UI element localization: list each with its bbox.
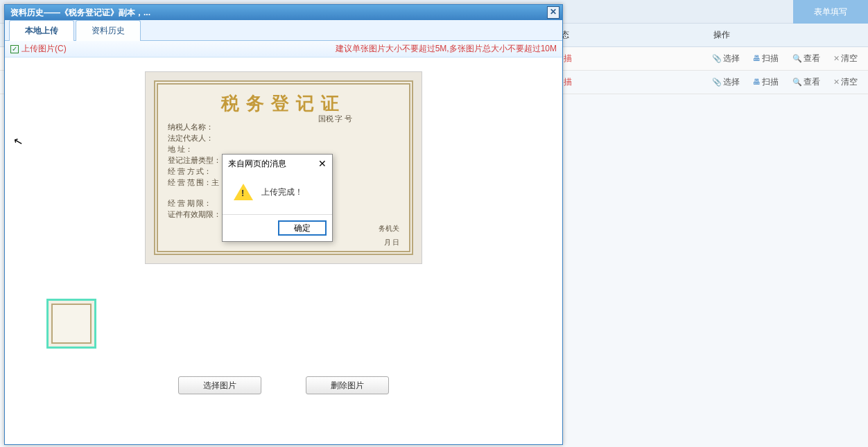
- op-view[interactable]: 🔍查看: [788, 51, 825, 67]
- form-fill-button[interactable]: 表单填写: [793, 0, 868, 24]
- alert-titlebar: 来自网页的消息 ✕: [223, 155, 332, 173]
- op-clear[interactable]: ✕清空: [828, 74, 862, 90]
- alert-title-text: 来自网页的消息: [228, 158, 318, 170]
- cert-line: 地 址：: [168, 143, 399, 155]
- check-icon: ✓: [10, 45, 19, 53]
- alert-dialog: 来自网页的消息 ✕ 上传完成！ 确定: [222, 154, 333, 242]
- select-image-button[interactable]: 选择图片: [178, 376, 261, 394]
- view-icon: 🔍: [792, 78, 802, 86]
- attach-icon: 📎: [712, 78, 722, 86]
- certificate-stamp: 国税 字 号: [318, 114, 353, 124]
- alert-ok-button[interactable]: 确定: [278, 220, 327, 236]
- dialog-title: 资料历史——《税务登记证》副本，...: [10, 7, 547, 19]
- dialog-close-button[interactable]: ✕: [547, 6, 559, 19]
- toolbar: ✓ 上传图片(C) 建议单张图片大小不要超过5M,多张图片总大小不要超过10M: [5, 41, 562, 58]
- col-op-header: 操作: [575, 29, 868, 41]
- warning-icon: [234, 184, 253, 200]
- thumbnail-image: [51, 304, 92, 344]
- upload-label: 上传图片(C): [21, 43, 67, 55]
- tabs: 本地上传 资料历史: [5, 20, 562, 41]
- scan-icon: 🖶: [753, 54, 761, 62]
- alert-close-button[interactable]: ✕: [318, 158, 327, 169]
- certificate-title: 税务登记证: [168, 91, 399, 116]
- view-icon: 🔍: [792, 54, 802, 62]
- op-scan[interactable]: 🖶扫描: [748, 51, 783, 67]
- upload-image-button[interactable]: ✓ 上传图片(C): [10, 43, 67, 55]
- op-view[interactable]: 🔍查看: [788, 74, 825, 90]
- clear-icon: ✕: [833, 78, 840, 86]
- thumbnail[interactable]: [46, 299, 96, 349]
- clear-icon: ✕: [833, 54, 840, 62]
- cert-line: 法定代表人：: [168, 132, 399, 143]
- action-buttons: 选择图片 删除图片: [5, 376, 562, 394]
- cert-line: 纳税人名称：: [168, 121, 399, 132]
- tab-local-upload[interactable]: 本地上传: [9, 20, 74, 41]
- op-clear[interactable]: ✕清空: [828, 51, 862, 67]
- alert-message: 上传完成！: [261, 186, 303, 198]
- scan-icon: 🖶: [753, 78, 761, 86]
- upload-hint: 建议单张图片大小不要超过5M,多张图片总大小不要超过10M: [336, 43, 557, 55]
- op-scan[interactable]: 🖶扫描: [748, 74, 783, 90]
- tab-history[interactable]: 资料历史: [76, 20, 141, 41]
- dialog-titlebar[interactable]: 资料历史——《税务登记证》副本，... ✕: [5, 5, 562, 20]
- attach-icon: 📎: [712, 54, 722, 62]
- op-select[interactable]: 📎选择: [707, 51, 745, 67]
- delete-image-button[interactable]: 删除图片: [306, 376, 389, 394]
- op-select[interactable]: 📎选择: [707, 74, 745, 90]
